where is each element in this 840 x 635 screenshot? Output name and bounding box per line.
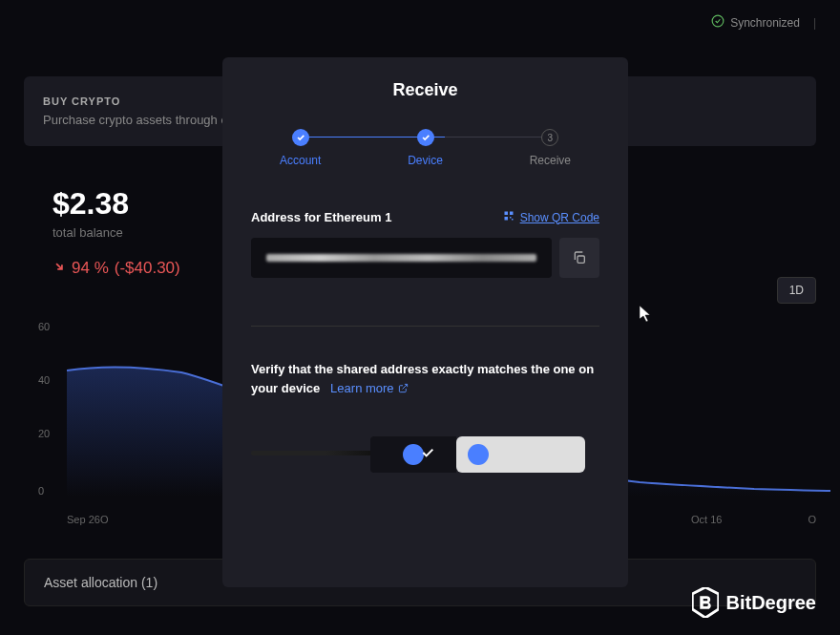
watermark-text: BitDegree <box>726 592 816 614</box>
step-dot-done-icon <box>292 129 309 146</box>
address-box <box>251 238 599 278</box>
svg-rect-6 <box>578 256 584 263</box>
stepper: Account Device 3 Receive <box>280 129 571 167</box>
check-icon <box>420 445 435 464</box>
svg-rect-3 <box>504 217 508 221</box>
verify-text: Verify that the shared address exactly m… <box>251 362 594 395</box>
copy-icon <box>572 250 587 265</box>
divider <box>251 326 599 327</box>
address-header: Address for Ethereum 1 Show QR Code <box>251 210 599 224</box>
bitdegree-watermark: BitDegree <box>692 587 816 618</box>
x-tick: O <box>808 514 816 525</box>
step-dot-pending: 3 <box>541 129 558 146</box>
device-button-icon <box>468 444 489 465</box>
learn-more-link[interactable]: Learn more <box>330 379 408 398</box>
y-tick: 60 <box>38 321 50 332</box>
sync-label: Synchronized <box>730 16 800 30</box>
device-right-graphic <box>456 436 585 473</box>
change-percent: 94 % <box>72 259 109 278</box>
step-account[interactable]: Account <box>280 129 321 167</box>
status-bar: Synchronized | <box>711 14 816 31</box>
external-link-icon <box>398 383 409 393</box>
receive-modal: Receive Account Device 3 Receive Address… <box>222 57 628 587</box>
asset-allocation-label: Asset allocation (1) <box>44 575 158 590</box>
address-field[interactable] <box>251 238 552 278</box>
qr-icon <box>503 210 514 224</box>
device-left-graphic <box>370 436 456 473</box>
balance-label: total balance <box>52 225 180 240</box>
bitdegree-logo-icon <box>692 587 719 618</box>
step-receive: 3 Receive <box>530 129 571 167</box>
svg-rect-2 <box>510 212 514 216</box>
address-title: Address for Ethereum 1 <box>251 210 391 224</box>
total-balance: $2.38 <box>52 186 180 222</box>
cable-graphic <box>251 451 375 455</box>
y-tick: 40 <box>38 374 50 386</box>
step-label: Account <box>280 154 321 167</box>
learn-more-text: Learn more <box>330 379 393 398</box>
svg-rect-4 <box>510 217 512 219</box>
step-label: Receive <box>530 154 571 167</box>
step-label: Device <box>408 154 443 167</box>
portfolio-summary: $2.38 total balance 94 % (-$40.30) <box>52 186 180 278</box>
address-redacted <box>266 254 536 262</box>
x-tick: Sep 26 <box>67 514 100 525</box>
step-device[interactable]: Device <box>408 129 443 167</box>
status-divider: | <box>813 16 816 30</box>
timeframe-selector[interactable]: 1D <box>777 277 816 304</box>
change-absolute: (-$40.30) <box>115 259 180 278</box>
trend-down-icon <box>52 259 66 278</box>
device-illustration <box>251 431 599 478</box>
qr-link-text: Show QR Code <box>520 211 599 224</box>
svg-rect-1 <box>504 212 508 216</box>
y-tick: 0 <box>38 485 44 497</box>
x-tick: O <box>100 514 109 525</box>
step-dot-done-icon <box>417 129 434 146</box>
x-tick: Oct 16 <box>691 514 722 525</box>
y-tick: 20 <box>38 428 50 439</box>
verify-instruction: Verify that the shared address exactly m… <box>251 360 599 397</box>
sync-check-icon <box>711 14 724 31</box>
svg-rect-5 <box>512 219 514 221</box>
show-qr-link[interactable]: Show QR Code <box>503 210 599 224</box>
balance-change: 94 % (-$40.30) <box>52 259 180 278</box>
copy-button[interactable] <box>559 238 599 278</box>
svg-point-0 <box>712 15 724 27</box>
cursor-icon <box>640 306 653 327</box>
modal-title: Receive <box>251 80 599 100</box>
